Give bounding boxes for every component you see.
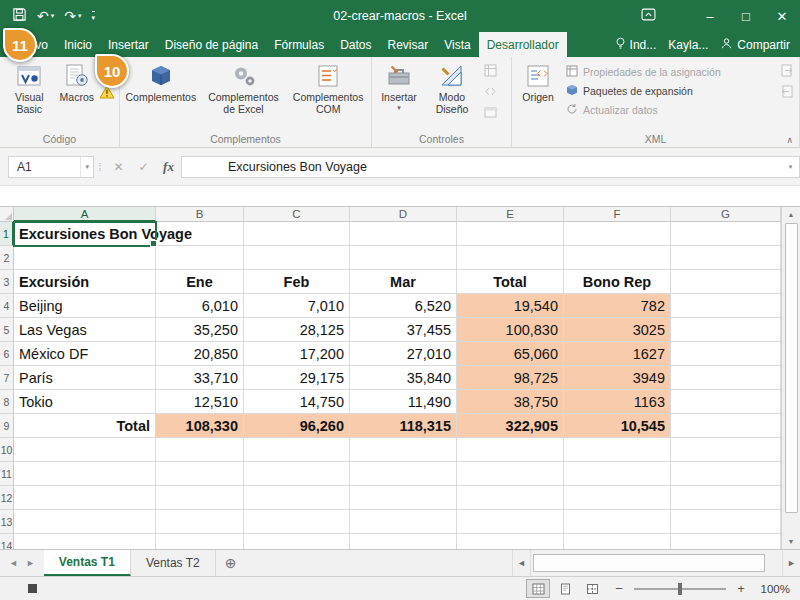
stop-recording-button[interactable] xyxy=(28,584,37,593)
cell-A14[interactable] xyxy=(14,534,156,549)
cell-G14[interactable] xyxy=(671,534,781,549)
cell-F12[interactable] xyxy=(564,486,671,510)
row-header-10[interactable]: 10 xyxy=(0,438,14,462)
cell-C9[interactable]: 96,260 xyxy=(244,414,350,438)
cell-B12[interactable] xyxy=(156,486,244,510)
row-header-3[interactable]: 3 xyxy=(0,270,14,294)
maximize-button[interactable]: □ xyxy=(728,0,764,32)
cell-D11[interactable] xyxy=(350,462,457,486)
cell-A6[interactable]: México DF xyxy=(14,342,156,366)
column-header-F[interactable]: F xyxy=(564,207,671,222)
column-header-C[interactable]: C xyxy=(244,207,350,222)
cell-D4[interactable]: 6,520 xyxy=(350,294,457,318)
cell-A2[interactable] xyxy=(14,246,156,270)
cell-F6[interactable]: 1627 xyxy=(564,342,671,366)
horizontal-scroll-thumb[interactable] xyxy=(533,554,765,572)
cell-E3[interactable]: Total xyxy=(457,270,564,294)
cell-E12[interactable] xyxy=(457,486,564,510)
cell-E4[interactable]: 19,540 xyxy=(457,294,564,318)
close-button[interactable]: ✕ xyxy=(764,0,800,32)
cell-F3[interactable]: Bono Rep xyxy=(564,270,671,294)
cell-E2[interactable] xyxy=(457,246,564,270)
ribbon-tab-desarrollador[interactable]: Desarrollador xyxy=(479,32,567,57)
cell-F14[interactable] xyxy=(564,534,671,549)
formula-field[interactable]: Excursiones Bon Voyage xyxy=(181,156,782,178)
cell-G9[interactable] xyxy=(671,414,781,438)
map-properties-button[interactable]: Propiedades de la asignación xyxy=(566,65,721,79)
cell-D10[interactable] xyxy=(350,438,457,462)
cell-G4[interactable] xyxy=(671,294,781,318)
cell-E10[interactable] xyxy=(457,438,564,462)
column-header-E[interactable]: E xyxy=(457,207,564,222)
cell-F10[interactable] xyxy=(564,438,671,462)
cell-C8[interactable]: 14,750 xyxy=(244,390,350,414)
cell-E14[interactable] xyxy=(457,534,564,549)
view-code-icon[interactable] xyxy=(482,84,498,99)
cell-D9[interactable]: 118,315 xyxy=(350,414,457,438)
cell-C14[interactable] xyxy=(244,534,350,549)
cell-A7[interactable]: París xyxy=(14,366,156,390)
cell-A8[interactable]: Tokio xyxy=(14,390,156,414)
row-header-2[interactable]: 2 xyxy=(0,246,14,270)
cell-C2[interactable] xyxy=(244,246,350,270)
row-header-9[interactable]: 9 xyxy=(0,414,14,438)
page-break-view-button[interactable] xyxy=(580,579,604,598)
cell-D13[interactable] xyxy=(350,510,457,534)
row-header-12[interactable]: 12 xyxy=(0,486,14,510)
cell-E11[interactable] xyxy=(457,462,564,486)
cell-C1[interactable] xyxy=(244,222,350,246)
zoom-slider[interactable] xyxy=(634,581,726,597)
cell-E7[interactable]: 98,725 xyxy=(457,366,564,390)
cell-E9[interactable]: 322,905 xyxy=(457,414,564,438)
cell-D12[interactable] xyxy=(350,486,457,510)
column-header-A[interactable]: A xyxy=(14,207,156,222)
cell-C13[interactable] xyxy=(244,510,350,534)
cell-E13[interactable] xyxy=(457,510,564,534)
cell-G2[interactable] xyxy=(671,246,781,270)
cell-A4[interactable]: Beijing xyxy=(14,294,156,318)
vertical-scroll-thumb[interactable] xyxy=(785,223,798,513)
cell-C6[interactable]: 17,200 xyxy=(244,342,350,366)
cell-B10[interactable] xyxy=(156,438,244,462)
cell-C11[interactable] xyxy=(244,462,350,486)
cell-D5[interactable]: 37,455 xyxy=(350,318,457,342)
hscroll-right-button[interactable]: ► xyxy=(782,550,800,576)
sheet-nav-right-button[interactable]: ► xyxy=(26,558,35,568)
cell-G12[interactable] xyxy=(671,486,781,510)
run-dialog-icon[interactable] xyxy=(482,105,498,120)
cell-D14[interactable] xyxy=(350,534,457,549)
cell-G3[interactable] xyxy=(671,270,781,294)
name-box[interactable]: A1 ▾ xyxy=(8,156,94,178)
import-icon[interactable] xyxy=(779,63,795,78)
modo-diseno-button[interactable]: Modo Diseño xyxy=(424,58,480,115)
cell-A11[interactable] xyxy=(14,462,156,486)
cell-D1[interactable] xyxy=(350,222,457,246)
select-all-corner[interactable] xyxy=(0,207,14,222)
ribbon-tab-datos[interactable]: Datos xyxy=(332,32,379,57)
cell-E6[interactable]: 65,060 xyxy=(457,342,564,366)
cell-F11[interactable] xyxy=(564,462,671,486)
origen-button[interactable]: Origen xyxy=(514,58,562,103)
column-header-G[interactable]: G xyxy=(671,207,781,222)
cancel-button[interactable]: ✕ xyxy=(106,156,131,178)
cell-B4[interactable]: 6,010 xyxy=(156,294,244,318)
hscroll-left-button[interactable]: ◄ xyxy=(512,550,530,576)
cell-A9[interactable]: Total xyxy=(14,414,156,438)
cell-A13[interactable] xyxy=(14,510,156,534)
complementos-excel-button[interactable]: Complementos de Excel xyxy=(200,58,288,115)
tell-me-box[interactable]: Ind... xyxy=(615,37,657,53)
row-header-11[interactable]: 11 xyxy=(0,462,14,486)
cell-B9[interactable]: 108,330 xyxy=(156,414,244,438)
refresh-data-button[interactable]: Actualizar datos xyxy=(566,103,721,117)
row-header-13[interactable]: 13 xyxy=(0,510,14,534)
zoom-slider-thumb[interactable] xyxy=(678,583,682,595)
control-properties-icon[interactable] xyxy=(482,63,498,78)
cell-F2[interactable] xyxy=(564,246,671,270)
row-header-14[interactable]: 14 xyxy=(0,534,14,549)
cell-D8[interactable]: 11,490 xyxy=(350,390,457,414)
complementos-com-button[interactable]: Complementos COM xyxy=(287,58,369,115)
cell-A5[interactable]: Las Vegas xyxy=(14,318,156,342)
macros-button[interactable]: Macros xyxy=(57,58,97,103)
cell-B13[interactable] xyxy=(156,510,244,534)
cell-C10[interactable] xyxy=(244,438,350,462)
